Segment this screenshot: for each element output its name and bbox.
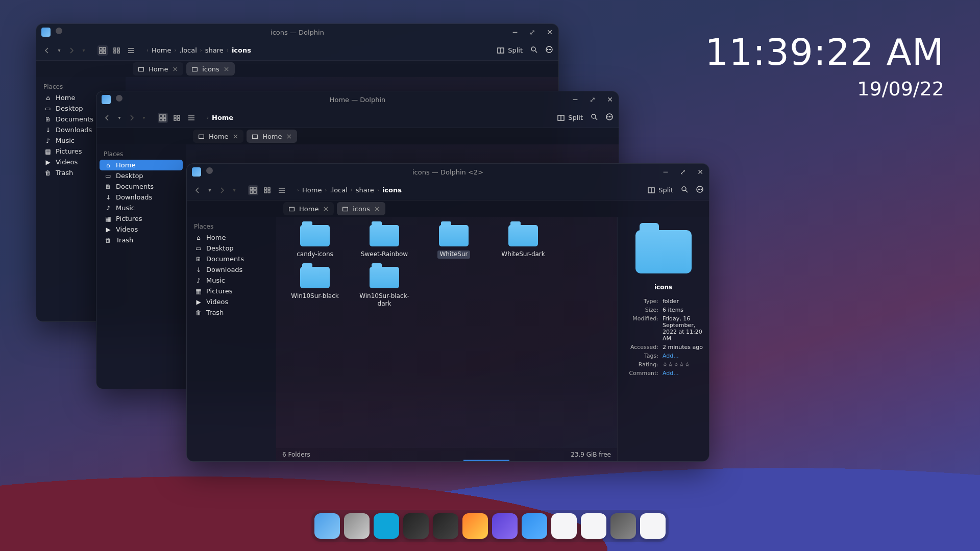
traffic-dot[interactable] (206, 167, 213, 174)
folder-item[interactable]: WhiteSur (423, 225, 484, 259)
maximize-button[interactable]: ⤢ (677, 166, 689, 178)
sidebar-item-videos[interactable]: ▶Videos (100, 224, 183, 235)
back-button[interactable] (102, 112, 113, 123)
close-tab-button[interactable]: × (232, 133, 238, 140)
back-button[interactable] (41, 45, 53, 56)
split-button[interactable]: Split (557, 114, 583, 122)
close-button[interactable]: ✕ (544, 27, 555, 38)
icons-view-button[interactable] (158, 113, 168, 123)
sidebar-item-home[interactable]: ⌂Home (100, 160, 183, 170)
breadcrumb-item[interactable]: share (356, 186, 374, 194)
sidebar-item-videos[interactable]: ▶Videos (190, 296, 273, 307)
dock-settings-icon[interactable] (344, 513, 370, 539)
dock-monitor-icon[interactable] (403, 513, 429, 539)
minimize-button[interactable]: ─ (509, 27, 521, 38)
sidebar-item-desktop[interactable]: ▭Desktop (190, 243, 273, 254)
sidebar-item-pictures[interactable]: ▦Pictures (100, 213, 183, 224)
info-tags-add[interactable]: Add... (663, 353, 703, 359)
tab-home-2[interactable]: Home× (247, 130, 297, 143)
dock-terminal-icon[interactable] (433, 513, 458, 539)
folder-item[interactable]: Sweet-Rainbow (354, 225, 415, 259)
back-history-button[interactable]: ▾ (206, 185, 213, 196)
back-history-button[interactable]: ▾ (56, 45, 63, 56)
sidebar-item-desktop[interactable]: ▭Desktop (100, 170, 183, 181)
minimize-button[interactable]: ─ (660, 166, 671, 178)
dock-firefox-icon[interactable] (462, 513, 488, 539)
folder-item[interactable]: candy-icons (284, 225, 346, 259)
titlebar[interactable]: icons — Dolphin ─ ⤢ ✕ (36, 24, 558, 40)
forward-button[interactable] (66, 45, 77, 56)
forward-button[interactable] (216, 185, 228, 196)
menu-button[interactable] (696, 185, 704, 195)
dock-screenshot-icon[interactable] (610, 513, 636, 539)
sidebar-item-home[interactable]: ⌂Home (190, 232, 273, 243)
dolphin-window-3[interactable]: icons — Dolphin <2> ─ ⤢ ✕ ▾ ▾ › Home › .… (186, 163, 709, 462)
forward-history-button[interactable]: ▾ (140, 112, 148, 123)
close-button[interactable]: ✕ (604, 94, 616, 105)
search-button[interactable] (530, 45, 538, 55)
search-button[interactable] (590, 113, 598, 122)
compact-view-button[interactable] (112, 45, 122, 56)
maximize-button[interactable]: ⤢ (587, 94, 598, 105)
menu-button[interactable] (605, 113, 614, 122)
tab-home[interactable]: Home× (133, 62, 183, 76)
dock-finder-icon[interactable] (314, 513, 340, 539)
folder-item[interactable]: Win10Sur-black (284, 267, 346, 308)
breadcrumb-item[interactable]: Home (302, 186, 322, 194)
forward-button[interactable] (126, 112, 137, 123)
breadcrumb[interactable]: › Home › .local › share › icons (297, 186, 644, 194)
sidebar-item-music[interactable]: ♪Music (100, 203, 183, 213)
close-tab-button[interactable]: × (323, 205, 329, 212)
traffic-dot[interactable] (116, 95, 122, 102)
close-tab-button[interactable]: × (172, 65, 178, 72)
sidebar-item-documents[interactable]: 🗎Documents (100, 181, 183, 192)
breadcrumb-item[interactable]: Home (152, 46, 171, 54)
info-rating-value[interactable]: ☆☆☆☆☆ (663, 361, 703, 368)
sidebar-item-trash[interactable]: 🗑Trash (190, 307, 273, 318)
icons-view-button[interactable] (97, 45, 108, 56)
dock-notes-icon[interactable] (581, 513, 606, 539)
titlebar[interactable]: Home — Dolphin ─ ⤢ ✕ (96, 91, 619, 108)
close-tab-button[interactable]: × (286, 133, 292, 140)
tab-icons[interactable]: icons× (186, 62, 234, 76)
menu-button[interactable] (545, 45, 553, 55)
folder-item[interactable]: Win10Sur-black-dark (354, 267, 415, 308)
breadcrumb-item[interactable]: icons (382, 186, 402, 194)
info-comment-add[interactable]: Add... (663, 370, 703, 377)
breadcrumb[interactable]: › Home › .local › share › icons (146, 46, 494, 54)
sidebar-item-pictures[interactable]: ▦Pictures (190, 286, 273, 296)
tab-home[interactable]: Home× (193, 130, 243, 143)
breadcrumb-item[interactable]: .local (179, 46, 197, 54)
close-tab-button[interactable]: × (224, 65, 230, 72)
sidebar-item-downloads[interactable]: ↓Downloads (100, 192, 183, 203)
folder-item[interactable]: WhiteSur-dark (493, 225, 554, 259)
dock-music-icon[interactable] (551, 513, 577, 539)
dock-media-icon[interactable] (374, 513, 399, 539)
forward-history-button[interactable]: ▾ (231, 185, 238, 196)
file-view[interactable]: candy-icons Sweet-Rainbow WhiteSur White… (276, 217, 617, 461)
breadcrumb-item[interactable]: icons (232, 46, 251, 54)
compact-view-button[interactable] (262, 185, 273, 195)
search-button[interactable] (680, 185, 689, 195)
details-view-button[interactable] (126, 45, 136, 56)
back-history-button[interactable]: ▾ (116, 112, 123, 123)
dock-editor-icon[interactable] (492, 513, 518, 539)
compact-view-button[interactable] (172, 113, 182, 123)
icons-view-button[interactable] (248, 185, 258, 195)
breadcrumb-item[interactable]: Home (212, 114, 233, 121)
maximize-button[interactable]: ⤢ (527, 27, 538, 38)
back-button[interactable] (192, 185, 203, 196)
sidebar-item-documents[interactable]: 🗎Documents (190, 254, 273, 264)
split-button[interactable]: Split (497, 46, 523, 55)
tab-icons[interactable]: icons× (337, 202, 385, 215)
tab-home[interactable]: Home× (283, 202, 334, 215)
dock-clock-icon[interactable] (640, 513, 666, 539)
titlebar[interactable]: icons — Dolphin <2> ─ ⤢ ✕ (187, 164, 709, 180)
sidebar-item-music[interactable]: ♪Music (190, 275, 273, 286)
close-tab-button[interactable]: × (374, 205, 380, 212)
details-view-button[interactable] (277, 185, 287, 195)
details-view-button[interactable] (186, 113, 197, 123)
traffic-dot[interactable] (56, 28, 62, 34)
breadcrumb[interactable]: › Home (207, 114, 554, 121)
forward-history-button[interactable]: ▾ (80, 45, 87, 56)
